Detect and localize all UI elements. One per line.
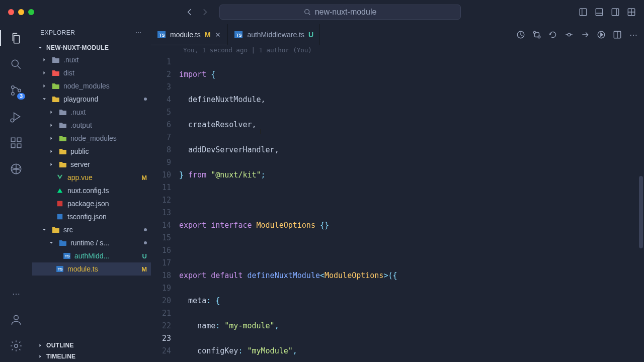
git-compare-icon[interactable] [532,30,541,39]
activity-settings[interactable] [8,338,24,354]
activity-search[interactable] [8,56,24,72]
folder-src[interactable]: src [32,223,151,236]
svg-rect-10 [11,138,15,142]
folder-runtime[interactable]: runtime / s... [32,236,151,249]
layout-primary-side[interactable] [579,8,588,17]
activity-debug[interactable] [8,109,24,125]
svg-rect-2 [596,9,603,16]
svg-point-6 [12,86,14,88]
svg-point-9 [11,119,14,122]
git-blame: You, 1 second ago | 1 author (You) [151,45,644,56]
ts-icon: TS [157,31,166,38]
timeline-section[interactable]: TIMELINE [32,351,151,362]
line-gutter: 123456789101112131415161718192021222324 [151,56,179,362]
scroll-thumb[interactable] [639,176,643,248]
code-editor[interactable]: 123456789101112131415161718192021222324 … [151,56,644,362]
svg-point-5 [12,60,18,66]
file-tree: .nuxt dist node_modules playground .nuxt… [32,53,151,340]
command-center[interactable]: new-nuxt-module [219,5,461,20]
file-app-vue[interactable]: app.vueM [32,171,151,184]
svg-point-29 [538,36,540,38]
project-section[interactable]: NEW-NUXT-MODULE [32,42,151,53]
svg-rect-18 [57,214,63,220]
activity-explorer[interactable] [8,30,24,46]
activity-scm[interactable]: 3 [8,82,24,99]
folder-playground[interactable]: playground [32,93,151,106]
activity-accounts[interactable] [8,312,24,328]
commit-icon[interactable] [565,30,574,39]
svg-point-28 [533,31,536,34]
folder-node-modules[interactable]: node_modules [32,79,151,93]
activity-more[interactable]: ⋯ [8,286,24,302]
outline-section[interactable]: OUTLINE [32,340,151,351]
minimize-window[interactable] [18,9,24,15]
close-window[interactable] [8,9,14,15]
explorer-title: EXPLORER [40,29,75,36]
modified-dot [144,228,147,231]
activity-remote[interactable] [8,161,24,177]
svg-rect-13 [17,138,21,142]
explorer-more-icon[interactable]: ⋯ [134,28,143,37]
svg-text:TS: TS [65,254,70,258]
search-icon [304,9,311,16]
svg-point-7 [12,93,14,95]
nav-forward[interactable] [200,8,209,17]
layout-panel[interactable] [595,8,604,17]
svg-point-16 [15,344,18,348]
file-nuxtconfig[interactable]: nuxt.config.ts [32,184,151,197]
run-icon[interactable] [597,30,606,39]
folder-pg-nuxt[interactable]: .nuxt [32,106,151,119]
project-title: new-nuxt-module [315,8,377,17]
ts-icon: TS [234,31,243,38]
split-editor-icon[interactable] [613,30,622,39]
file-module[interactable]: TSmodule.tsM [32,262,151,276]
svg-text:TS: TS [236,33,242,38]
svg-text:TS: TS [58,267,63,272]
minimap[interactable] [638,45,644,357]
maximize-window[interactable] [28,9,34,15]
svg-point-30 [568,33,571,36]
close-icon[interactable] [214,31,221,38]
file-authmiddleware[interactable]: TSauthMidd...U [32,249,151,262]
file-package[interactable]: package.json [32,197,151,210]
customize-layout[interactable] [627,8,636,17]
folder-nuxt[interactable]: .nuxt [32,53,151,66]
folder-pg-nodemodules[interactable]: node_modules [32,132,151,145]
nav-back[interactable] [185,8,194,17]
activity-extensions[interactable] [8,135,24,151]
revert-icon[interactable] [548,30,557,39]
file-tsconfig[interactable]: tsconfig.json [32,210,151,223]
arrow-icon[interactable] [581,30,590,39]
modified-dot [144,241,147,244]
scm-badge: 3 [17,93,25,100]
svg-rect-3 [612,9,619,16]
folder-dist[interactable]: dist [32,66,151,79]
svg-rect-1 [580,9,587,16]
folder-public[interactable]: public [32,145,151,158]
tab-authmiddleware[interactable]: TS authMiddleware.ts U [228,24,320,45]
svg-text:TS: TS [159,33,165,38]
timeline-icon[interactable] [516,30,525,39]
svg-point-0 [304,10,309,14]
modified-dot [144,98,147,101]
folder-server[interactable]: server [32,158,151,171]
svg-rect-11 [11,144,15,148]
svg-rect-17 [57,201,63,207]
folder-pg-output[interactable]: .output [32,119,151,132]
tab-module[interactable]: TS module.ts M [151,24,228,45]
svg-point-15 [14,315,19,320]
svg-rect-12 [17,144,21,148]
layout-secondary-side[interactable] [611,8,620,17]
tab-more-icon[interactable]: ⋯ [629,30,638,39]
code-content[interactable]: import { defineNuxtModule, createResolve… [179,56,644,362]
traffic-lights [8,9,34,15]
